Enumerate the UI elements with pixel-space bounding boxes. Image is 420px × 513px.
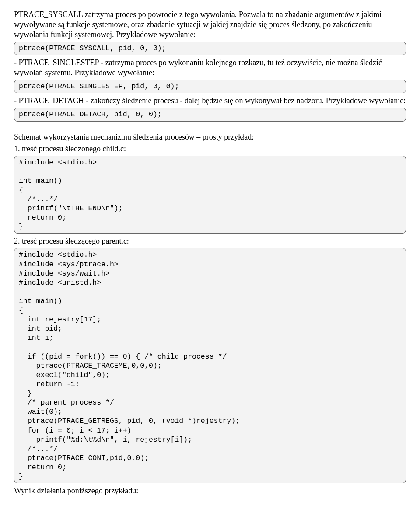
paragraph-schema: Schemat wykorzystania mechanizmu śledzen… [14,132,406,142]
paragraph-child-label: 1. treść procesu śledzonego child.c: [14,144,406,154]
code-syscall: ptrace(PTRACE_SYSCALL, pid, 0, 0); [14,42,406,55]
code-detach: ptrace(PTRACE_DETACH, pid, 0, 0); [14,108,406,121]
code-parent: #include <stdio.h> #include <sys/ptrace.… [14,248,406,483]
paragraph-result: Wynik działania poniższego przykładu: [14,486,406,496]
paragraph-detach: - PTRACE_DETACH - zakończy śledzenie pro… [14,96,406,106]
paragraph-intro: PTRACE_SYSCALL zatrzyma proces po powroc… [14,10,406,40]
paragraph-singlestep: - PTRACE_SINGLESTEP - zatrzyma proces po… [14,58,406,78]
code-singlestep: ptrace(PTRACE_SINGLESTEP, pid, 0, 0); [14,80,406,93]
paragraph-parent-label: 2. treść procesu śledzącego parent.c: [14,236,406,246]
code-child: #include <stdio.h> int main() { /*...*/ … [14,156,406,234]
